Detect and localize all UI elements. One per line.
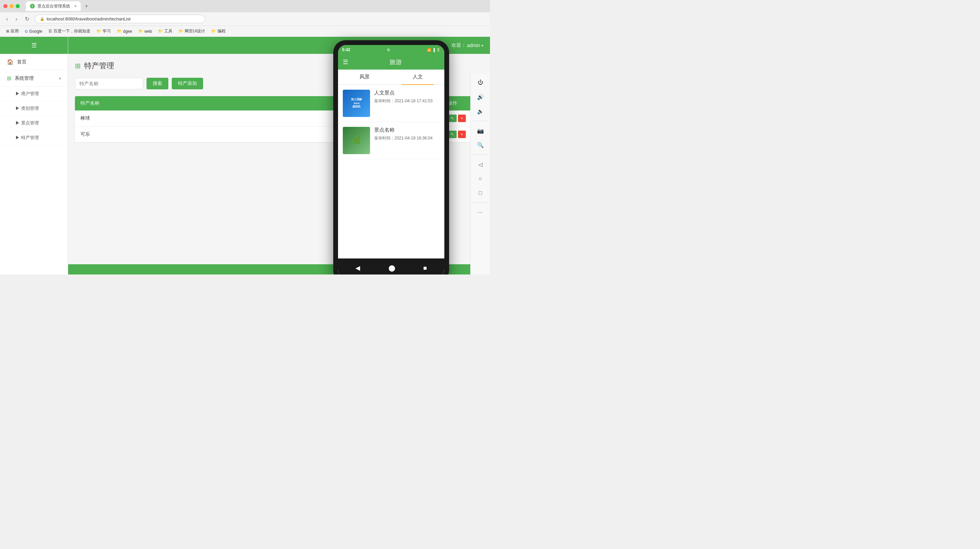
bookmark-baidu-label: 百度一下，你就知道 bbox=[54, 28, 90, 34]
tab-title: 景点后台管理系统 bbox=[38, 3, 70, 9]
sidebar-users-icon: ▶ bbox=[15, 91, 21, 96]
tab-close-btn[interactable]: × bbox=[74, 4, 77, 8]
phone-recents-btn[interactable]: ■ bbox=[423, 265, 427, 272]
forward-btn[interactable]: › bbox=[13, 15, 19, 23]
panel-divider-1 bbox=[473, 121, 488, 121]
sidebar-item-attractions[interactable]: ▶ 景点管理 bbox=[0, 116, 68, 131]
square-btn[interactable]: □ bbox=[474, 187, 487, 199]
sidebar-categories-icon: ▶ bbox=[15, 106, 21, 111]
phone-menu-icon[interactable]: ☰ bbox=[343, 58, 348, 66]
volume-up-btn[interactable]: 🔊 bbox=[474, 91, 487, 103]
phone-home-btn[interactable]: ⬤ bbox=[388, 264, 395, 272]
circle-btn[interactable]: ○ bbox=[474, 172, 487, 185]
browser-tab[interactable]: 景 景点后台管理系统 × bbox=[26, 2, 81, 11]
bookmark-apps[interactable]: ⊞ 应用 bbox=[4, 28, 21, 35]
phone-app-title: 旅游 bbox=[352, 58, 439, 66]
sidebar-system-header[interactable]: ⊞ 系统管理 ▾ bbox=[0, 70, 68, 86]
delete-btn-0[interactable]: × bbox=[458, 115, 466, 122]
bookmark-prog-label: 编程 bbox=[217, 28, 226, 34]
phone-back-btn[interactable]: ◀ bbox=[355, 264, 360, 272]
bookmark-tools[interactable]: 📁 工具 bbox=[156, 28, 175, 35]
bookmark-tools-label: 工具 bbox=[164, 28, 172, 34]
sidebar-toggle-btn[interactable]: ☰ bbox=[31, 41, 37, 49]
bookmark-google[interactable]: G Google bbox=[23, 28, 44, 34]
phone-card-2-info: 景点名称 发布时间：2021-04-18 16:36:04 bbox=[374, 127, 439, 141]
phone-card-1-info: 人文景点 发布时间：2021-04-18 17:41:53 bbox=[374, 90, 439, 104]
lock-icon: 🔒 bbox=[40, 17, 45, 21]
sidebar-categories-label: 类别管理 bbox=[21, 106, 39, 111]
page-title-text: 特产管理 bbox=[84, 61, 114, 71]
phone-card-1-date: 发布时间：2021-04-18 17:41:53 bbox=[374, 98, 439, 104]
bookmark-study-label: 学习 bbox=[103, 28, 111, 34]
sidebar-specialties-label: 特产管理 bbox=[21, 135, 39, 140]
phone-mockup: 5:42 ⚙ 📶 ▐ 🔋 ☰ 旅游 风景 人文 bbox=[333, 40, 449, 274]
sidebar-users-label: 用户管理 bbox=[21, 91, 39, 96]
phone-card-2-image: 🌿 bbox=[343, 127, 370, 154]
zoom-btn[interactable]: 🔍 bbox=[474, 139, 487, 151]
back-btn[interactable]: ‹ bbox=[4, 15, 10, 23]
more-btn[interactable]: ··· bbox=[474, 206, 487, 219]
panel-divider-2 bbox=[473, 155, 488, 155]
welcome-label: 欢迎： bbox=[452, 42, 466, 48]
page-title-icon: ⊞ bbox=[75, 62, 81, 70]
phone-nav-bar: ◀ ⬤ ■ bbox=[338, 259, 444, 274]
sidebar-item-home[interactable]: 🏠 首页 bbox=[0, 54, 68, 70]
username-label: admin bbox=[467, 43, 480, 48]
system-icon: ⊞ bbox=[7, 75, 11, 81]
bookmarks-bar: ⊞ 应用 G Google 百 百度一下，你就知道 📁 学习 📁 dgee 📁 … bbox=[0, 26, 490, 37]
sidebar-item-specialties[interactable]: ▶ 特产管理 bbox=[0, 131, 68, 145]
phone-content: 深入理解Java虚拟机 人文景点 发布时间：2021-04-18 17:41:5… bbox=[338, 85, 444, 259]
bookmark-web[interactable]: 📁 web bbox=[136, 28, 154, 34]
phone-time: 5:42 bbox=[342, 47, 350, 52]
battery-icon: 🔋 bbox=[436, 48, 440, 52]
signal-icon: ▐ bbox=[433, 48, 435, 52]
phone-card-1-title: 人文景点 bbox=[374, 90, 439, 96]
phone-tab-culture-label: 人文 bbox=[413, 73, 423, 80]
add-specialty-button[interactable]: 特产添加 bbox=[172, 78, 203, 89]
sidebar-item-users[interactable]: ▶ 用户管理 bbox=[0, 86, 68, 101]
phone-status-icons: 📶 ▐ 🔋 bbox=[427, 48, 440, 52]
bookmark-baidu[interactable]: 百 百度一下，你就知道 bbox=[46, 28, 92, 35]
camera-btn[interactable]: 📷 bbox=[474, 124, 487, 137]
sidebar-attractions-icon: ▶ bbox=[15, 120, 21, 126]
new-tab-btn[interactable]: + bbox=[85, 3, 88, 9]
phone-settings-icon[interactable]: ⚙ bbox=[387, 48, 390, 52]
phone-inner: 5:42 ⚙ 📶 ▐ 🔋 ☰ 旅游 风景 人文 bbox=[338, 45, 444, 274]
address-text: localhost:8080/travelboot/admin/techanLi… bbox=[47, 16, 130, 21]
sidebar-attractions-label: 景点管理 bbox=[21, 120, 39, 126]
sidebar-item-categories[interactable]: ▶ 类别管理 bbox=[0, 101, 68, 116]
minimize-dot[interactable] bbox=[10, 4, 14, 8]
bookmark-dgee-label: dgee bbox=[123, 29, 132, 34]
search-input[interactable] bbox=[75, 78, 143, 89]
close-dot[interactable] bbox=[3, 4, 8, 8]
bookmark-prog[interactable]: 📁 编程 bbox=[209, 28, 228, 35]
phone-tab-scenery[interactable]: 风景 bbox=[338, 70, 391, 84]
phone-tab-culture[interactable]: 人文 bbox=[391, 70, 444, 84]
panel-divider-3 bbox=[473, 203, 488, 203]
phone-card-2: 🌿 景点名称 发布时间：2021-04-18 16:36:04 bbox=[338, 122, 444, 159]
volume-down-btn[interactable]: 🔈 bbox=[474, 105, 487, 117]
phone-card-1-image: 深入理解Java虚拟机 bbox=[343, 90, 370, 117]
bookmark-dgee[interactable]: 📁 dgee bbox=[115, 28, 134, 34]
user-dropdown-arrow[interactable]: ▾ bbox=[482, 44, 483, 47]
bookmark-study[interactable]: 📁 学习 bbox=[94, 28, 113, 35]
power-btn[interactable]: ⏻ bbox=[474, 77, 487, 89]
sidebar-nav: 🏠 首页 ⊞ 系统管理 ▾ ▶ 用户管理 ▶ 类别管理 bbox=[0, 54, 68, 145]
undo-btn[interactable]: ◁ bbox=[474, 158, 487, 171]
phone-tabs: 风景 人文 bbox=[338, 70, 444, 85]
search-button[interactable]: 搜索 bbox=[146, 78, 168, 89]
phone-app-bar: ☰ 旅游 bbox=[338, 54, 444, 70]
refresh-btn[interactable]: ↻ bbox=[23, 15, 31, 23]
right-panel: ⏻ 🔊 🔈 📷 🔍 ◁ ○ □ ··· bbox=[470, 73, 490, 274]
bookmark-ui[interactable]: 📁 网页UI设计 bbox=[177, 28, 207, 35]
maximize-dot[interactable] bbox=[16, 4, 20, 8]
sidebar: ☰ 🏠 首页 ⊞ 系统管理 ▾ ▶ 用户管理 ▶ bbox=[0, 37, 68, 274]
system-arrow-icon: ▾ bbox=[59, 76, 61, 81]
bookmark-web-label: web bbox=[145, 29, 152, 34]
wifi-icon: 📶 bbox=[427, 48, 431, 52]
bookmark-ui-label: 网页UI设计 bbox=[185, 28, 205, 34]
address-bar[interactable]: 🔒 localhost:8080/travelboot/admin/techan… bbox=[35, 15, 205, 23]
sidebar-system-label: 系统管理 bbox=[15, 75, 34, 81]
delete-btn-1[interactable]: × bbox=[458, 131, 466, 138]
sidebar-home-label: 首页 bbox=[17, 59, 27, 65]
